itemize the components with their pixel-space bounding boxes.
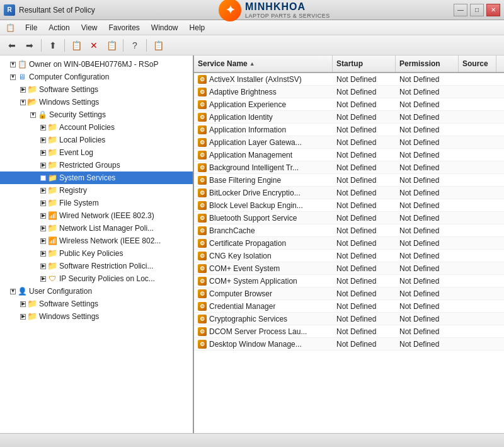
col-header-permission[interactable]: Permission (396, 55, 459, 72)
menu-favorites[interactable]: Favorites (104, 22, 145, 33)
tree-system-services[interactable]: ▶ 📁 System Services (0, 171, 193, 184)
maximize-button[interactable]: □ (470, 4, 484, 16)
softrestrict-expand[interactable]: ▶ (40, 264, 46, 269)
table-row[interactable]: ⚙CNG Key IsolationNot DefinedNot Defined (194, 250, 504, 262)
tree-wired-network[interactable]: ▶ 📶 Wired Network (IEEE 802.3) (0, 209, 193, 222)
table-row[interactable]: ⚙BitLocker Drive Encryptio...Not Defined… (194, 187, 504, 199)
netlist-expand[interactable]: ▶ (40, 226, 46, 231)
tree-software-restriction[interactable]: ▶ 📁 Software Restriction Polici... (0, 260, 193, 272)
restricted-expand[interactable]: ▶ (40, 163, 46, 168)
tree-windows-settings[interactable]: ▼ 📂 Windows Settings (0, 96, 193, 108)
up-button[interactable]: ⬆ (45, 38, 61, 53)
toolbar: ⬅ ➡ ⬆ 📋 ✕ 📋 ? 📋 (0, 35, 504, 55)
tree-public-key[interactable]: ▶ 📁 Public Key Policies (0, 247, 193, 260)
table-row[interactable]: ⚙Bluetooth Support ServiceNot DefinedNot… (194, 212, 504, 224)
service-icon: ⚙ (198, 75, 207, 84)
event-expand[interactable]: ▶ (40, 150, 46, 156)
table-row[interactable]: ⚙COM+ System ApplicationNot DefinedNot D… (194, 275, 504, 287)
table-row[interactable]: ⚙Application ManagementNot DefinedNot De… (194, 149, 504, 161)
pubkey-expand[interactable]: ▶ (40, 251, 46, 257)
tree-registry[interactable]: ▶ 📁 Registry (0, 184, 193, 197)
menu-action[interactable]: Action (43, 22, 74, 33)
menu-help[interactable]: Help (185, 22, 210, 33)
sysservices-expand[interactable]: ▶ (40, 175, 46, 181)
back-button[interactable]: ⬅ (4, 38, 20, 53)
table-row[interactable]: ⚙Computer BrowserNot DefinedNot Defined (194, 287, 504, 300)
view-button[interactable]: 📋 (150, 38, 166, 53)
tree-wireless-network[interactable]: ▶ 📶 Wireless Network (IEEE 802... (0, 235, 193, 247)
tree-security-settings[interactable]: ▼ 🔒 Security Settings (0, 108, 193, 121)
cell-source (459, 204, 496, 207)
tree-user-config[interactable]: ▼ 👤 User Configuration (0, 285, 193, 298)
table-row[interactable]: ⚙Background Intelligent Tr...Not Defined… (194, 161, 504, 174)
account-expand[interactable]: ▶ (40, 125, 46, 131)
menu-file[interactable]: File (20, 22, 42, 33)
local-expand[interactable]: ▶ (40, 137, 46, 143)
brand-name: MINHKHOA (245, 1, 330, 13)
wireless-expand[interactable]: ▶ (40, 238, 46, 244)
menu-view[interactable]: View (76, 22, 103, 33)
forward-button[interactable]: ➡ (21, 38, 38, 53)
tree-user-software[interactable]: ▶ 📁 Software Settings (0, 298, 193, 310)
tree-ip-security[interactable]: ▶ 🛡 IP Security Policies on Loc... (0, 272, 193, 285)
cell-service: ⚙BitLocker Drive Encryptio... (194, 187, 333, 199)
table-row[interactable]: ⚙Certificate PropagationNot DefinedNot D… (194, 237, 504, 250)
col-header-service[interactable]: Service Name ▲ (194, 55, 333, 72)
col-header-source[interactable]: Source (459, 55, 496, 72)
tree-computer-config[interactable]: ▼ 🖥 Computer Configuration (0, 71, 193, 83)
ipsec-expand[interactable]: ▶ (40, 276, 46, 282)
restricted-groups-label: Restricted Groups (59, 160, 120, 171)
table-row[interactable]: ⚙Base Filtering EngineNot DefinedNot Def… (194, 174, 504, 187)
root-icon: 📋 (17, 59, 27, 69)
table-row[interactable]: ⚙Application ExperienceNot DefinedNot De… (194, 98, 504, 111)
help-button[interactable]: ? (127, 38, 143, 53)
filesystem-expand[interactable]: ▶ (40, 200, 46, 206)
tree-root[interactable]: ▼ 📋 Owner on WIN-0B4EH0776MJ - RSoP (0, 58, 193, 71)
delete-button[interactable]: ✕ (86, 38, 102, 53)
computer-expand[interactable]: ▼ (10, 74, 16, 80)
table-row[interactable]: ⚙ActiveX Installer (AxInstSV)Not Defined… (194, 73, 504, 86)
properties-button[interactable]: 📋 (103, 38, 120, 53)
cell-source (459, 293, 496, 295)
table-row[interactable]: ⚙BranchCacheNot DefinedNot Defined (194, 224, 504, 237)
table-row[interactable]: ⚙Application Layer Gatewa...Not DefinedN… (194, 136, 504, 149)
tree-file-system[interactable]: ▶ 📁 File System (0, 197, 193, 209)
menu-window[interactable]: Window (146, 22, 183, 33)
registry-expand[interactable]: ▶ (40, 188, 46, 194)
tree-network-list[interactable]: ▶ 📁 Network List Manager Poli... (0, 222, 193, 235)
security-icon: 🔒 (37, 110, 47, 120)
tree-account-policies[interactable]: ▶ 📁 Account Policies (0, 121, 193, 134)
table-row[interactable]: ⚙COM+ Event SystemNot DefinedNot Defined (194, 262, 504, 275)
wireless-network-label: Wireless Network (IEEE 802... (59, 235, 161, 247)
table-row[interactable]: ⚙DCOM Server Process Lau...Not DefinedNo… (194, 325, 504, 338)
close-button[interactable]: ✕ (486, 4, 500, 16)
system-services-label: System Services (59, 172, 115, 183)
tree-user-windows[interactable]: ▶ 📁 Windows Settings (0, 310, 193, 323)
tree-local-policies[interactable]: ▶ 📁 Local Policies (0, 134, 193, 146)
service-name: Background Intelligent Tr... (209, 163, 299, 172)
table-row[interactable]: ⚙Block Level Backup Engin...Not DefinedN… (194, 199, 504, 212)
software-expand[interactable]: ▶ (20, 87, 26, 93)
root-expand[interactable]: ▼ (10, 62, 16, 67)
table-row[interactable]: ⚙Application IdentityNot DefinedNot Defi… (194, 111, 504, 124)
service-name: BitLocker Drive Encryptio... (209, 189, 301, 197)
tree-software-settings[interactable]: ▶ 📁 Software Settings (0, 83, 193, 96)
userwindows-expand[interactable]: ▶ (20, 314, 26, 320)
minimize-button[interactable]: — (454, 4, 467, 16)
table-row[interactable]: ⚙Cryptographic ServicesNot DefinedNot De… (194, 313, 504, 325)
tree-event-log[interactable]: ▶ 📁 Event Log (0, 146, 193, 159)
security-expand[interactable]: ▼ (30, 112, 36, 118)
table-row[interactable]: ⚙Application InformationNot DefinedNot D… (194, 124, 504, 136)
wired-expand[interactable]: ▶ (40, 213, 46, 219)
col-header-startup[interactable]: Startup (333, 55, 396, 72)
cell-service: ⚙Desktop Window Manage... (194, 339, 333, 350)
tree-restricted-groups[interactable]: ▶ 📁 Restricted Groups (0, 159, 193, 171)
table-row[interactable]: ⚙Credential ManagerNot DefinedNot Define… (194, 300, 504, 313)
userconfig-expand[interactable]: ▼ (10, 289, 16, 294)
windows-expand[interactable]: ▼ (20, 100, 26, 105)
table-row[interactable]: ⚙Desktop Window Manage...Not DefinedNot … (194, 338, 504, 351)
table-row[interactable]: ⚙Adaptive BrightnessNot DefinedNot Defin… (194, 86, 504, 98)
export-button[interactable]: 📋 (68, 38, 84, 53)
service-name: Credential Manager (209, 302, 275, 311)
usersoftware-expand[interactable]: ▶ (20, 301, 26, 307)
